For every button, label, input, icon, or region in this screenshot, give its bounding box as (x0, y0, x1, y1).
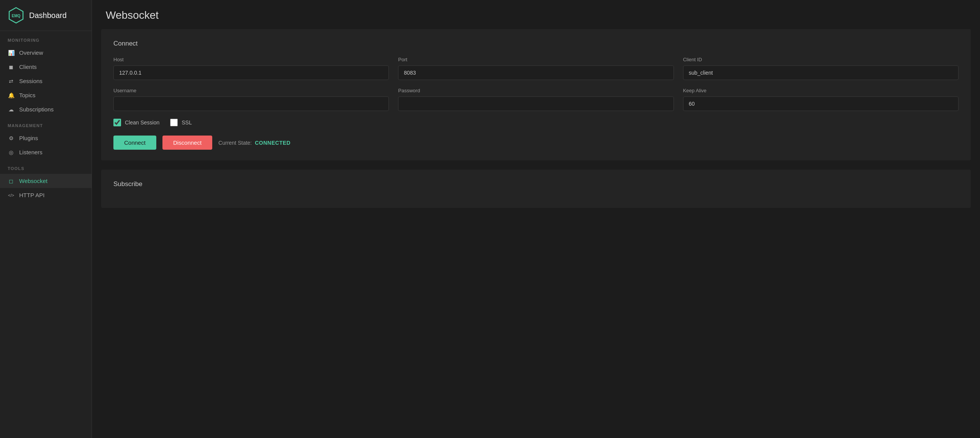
subscribe-card-title: Subscribe (113, 180, 959, 188)
listeners-icon: ◎ (8, 149, 15, 155)
sidebar-item-http-api[interactable]: </> HTTP API (0, 188, 92, 202)
host-input[interactable] (113, 65, 389, 80)
sidebar-item-sessions[interactable]: ⇄ Sessions (0, 74, 92, 88)
sidebar-item-overview[interactable]: 📊 Overview (0, 46, 92, 60)
clean-session-checkbox-item[interactable]: Clean Session (113, 119, 159, 126)
host-group: Host (113, 57, 389, 80)
sidebar-item-clients[interactable]: ◼ Clients (0, 60, 92, 74)
keep-alive-label: Keep Alive (683, 88, 959, 93)
topics-icon: 🔔 (8, 92, 15, 98)
subscribe-card: Subscribe (101, 170, 971, 208)
emq-logo-icon: EMQ (8, 7, 25, 24)
sidebar-item-listeners[interactable]: ◎ Listeners (0, 145, 92, 159)
sidebar-item-label: HTTP API (19, 192, 44, 198)
checkbox-row: Clean Session SSL (113, 119, 959, 126)
page-header: Websocket (92, 0, 980, 29)
keep-alive-group: Keep Alive (683, 88, 959, 111)
subscriptions-icon: ☁ (8, 106, 15, 113)
management-section-label: MANAGEMENT (0, 116, 92, 131)
connect-card-title: Connect (113, 40, 959, 47)
username-input[interactable] (113, 96, 389, 111)
connect-row-1: Host Port Client ID (113, 57, 959, 80)
page-title: Websocket (106, 9, 966, 21)
username-label: Username (113, 88, 389, 93)
keep-alive-input[interactable] (683, 96, 959, 111)
main-content: Websocket Connect Host Port Client ID Us… (92, 0, 980, 438)
password-label: Password (398, 88, 674, 93)
connect-button[interactable]: Connect (113, 136, 156, 150)
password-input[interactable] (398, 96, 674, 111)
ssl-checkbox-item[interactable]: SSL (170, 119, 192, 126)
overview-icon: 📊 (8, 50, 15, 56)
sidebar-item-label: Clients (19, 64, 37, 70)
sidebar-item-label: Listeners (19, 149, 43, 155)
connect-row-2: Username Password Keep Alive (113, 88, 959, 111)
button-row: Connect Disconnect Current State: CONNEC… (113, 136, 959, 150)
sidebar-item-plugins[interactable]: ⚙ Plugins (0, 131, 92, 145)
http-api-icon: </> (8, 193, 15, 198)
clean-session-label: Clean Session (125, 119, 159, 126)
sessions-icon: ⇄ (8, 78, 15, 84)
sidebar-section-management: MANAGEMENT ⚙ Plugins ◎ Listeners (0, 116, 92, 159)
current-state-label: Current State: (218, 140, 252, 146)
sidebar-item-label: Plugins (19, 135, 38, 141)
dashboard-label: Dashboard (29, 11, 67, 20)
sidebar-item-topics[interactable]: 🔔 Topics (0, 88, 92, 102)
sidebar: EMQ Dashboard MONITORING 📊 Overview ◼ Cl… (0, 0, 92, 438)
port-label: Port (398, 57, 674, 62)
disconnect-button[interactable]: Disconnect (162, 136, 212, 150)
sidebar-item-label: Overview (19, 49, 43, 56)
sidebar-logo: EMQ Dashboard (0, 0, 92, 31)
ssl-checkbox[interactable] (170, 119, 178, 126)
sidebar-section-tools: TOOLS ◻ Websocket </> HTTP API (0, 159, 92, 202)
current-state-value: CONNECTED (255, 140, 290, 146)
client-id-group: Client ID (683, 57, 959, 80)
password-group: Password (398, 88, 674, 111)
sidebar-section-monitoring: MONITORING 📊 Overview ◼ Clients ⇄ Sessio… (0, 31, 92, 116)
sidebar-item-label: Topics (19, 92, 36, 98)
client-id-label: Client ID (683, 57, 959, 62)
websocket-icon: ◻ (8, 178, 15, 184)
sidebar-item-websocket[interactable]: ◻ Websocket (0, 174, 92, 188)
sidebar-item-label: Sessions (19, 78, 43, 84)
port-group: Port (398, 57, 674, 80)
plugins-icon: ⚙ (8, 135, 15, 141)
ssl-label: SSL (182, 119, 192, 126)
svg-text:EMQ: EMQ (12, 14, 21, 18)
monitoring-section-label: MONITORING (0, 31, 92, 46)
host-label: Host (113, 57, 389, 62)
port-input[interactable] (398, 65, 674, 80)
current-state: Current State: CONNECTED (218, 140, 290, 146)
username-group: Username (113, 88, 389, 111)
clean-session-checkbox[interactable] (113, 119, 121, 126)
client-id-input[interactable] (683, 65, 959, 80)
sidebar-item-subscriptions[interactable]: ☁ Subscriptions (0, 102, 92, 116)
sidebar-item-label: Websocket (19, 178, 48, 184)
sidebar-item-label: Subscriptions (19, 106, 54, 113)
tools-section-label: TOOLS (0, 159, 92, 174)
connect-card: Connect Host Port Client ID Username Pas… (101, 29, 971, 160)
clients-icon: ◼ (8, 64, 15, 70)
